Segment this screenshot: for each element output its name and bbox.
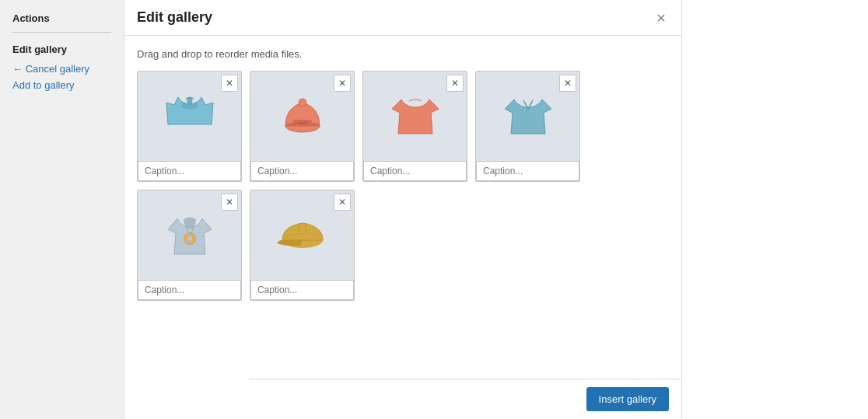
sidebar-divider — [12, 32, 111, 33]
gallery-item: ✕ — [475, 71, 580, 182]
cancel-gallery-link[interactable]: Cancel gallery — [12, 63, 111, 75]
blue-shirt-icon — [497, 86, 559, 148]
gallery-item: ✕ — [362, 71, 467, 182]
polo-shirt-icon — [159, 86, 221, 148]
remove-item-button[interactable]: ✕ — [334, 194, 351, 211]
gallery-item: ✕ — [137, 71, 242, 182]
caption-input[interactable] — [363, 161, 467, 181]
right-panel — [681, 0, 868, 419]
modal-header: Edit gallery × — [124, 0, 681, 36]
modal-title: Edit gallery — [137, 9, 212, 26]
edit-gallery-label: Edit gallery — [12, 44, 111, 55]
close-button[interactable]: × — [653, 10, 669, 26]
caption-input[interactable] — [138, 280, 241, 300]
modal-footer: Insert gallery — [249, 379, 681, 419]
caption-input[interactable] — [476, 161, 579, 181]
actions-label: Actions — [12, 12, 111, 24]
remove-item-button[interactable]: ✕ — [559, 75, 576, 92]
sidebar: Actions Edit gallery Cancel gallery Add … — [0, 0, 124, 419]
hoodie-icon — [159, 204, 221, 267]
svg-point-3 — [299, 99, 306, 106]
remove-item-button[interactable]: ✕ — [221, 75, 238, 92]
add-to-gallery-link[interactable]: Add to gallery — [12, 79, 111, 91]
main-content: Edit gallery × Drag and drop to reorder … — [124, 0, 681, 419]
remove-item-button[interactable]: ✕ — [221, 194, 238, 211]
gallery-grid: ✕ ✕ — [137, 71, 669, 301]
caption-input[interactable] — [250, 280, 354, 300]
remove-item-button[interactable]: ✕ — [446, 75, 464, 92]
cap-icon — [271, 204, 334, 267]
insert-gallery-button[interactable]: Insert gallery — [586, 387, 669, 411]
caption-input[interactable] — [138, 161, 241, 181]
gallery-item: ✕ — [250, 190, 355, 301]
caption-input[interactable] — [250, 161, 354, 181]
svg-rect-0 — [187, 98, 192, 104]
modal-body: Drag and drop to reorder media files. ✕ — [124, 36, 681, 419]
drag-hint: Drag and drop to reorder media files. — [137, 48, 669, 60]
gallery-item: ✕ — [250, 71, 355, 182]
tshirt-icon — [384, 86, 446, 148]
gallery-item: ✕ — [137, 190, 242, 301]
svg-rect-4 — [297, 122, 308, 124]
beanie-icon — [271, 86, 334, 148]
remove-item-button[interactable]: ✕ — [334, 75, 351, 92]
